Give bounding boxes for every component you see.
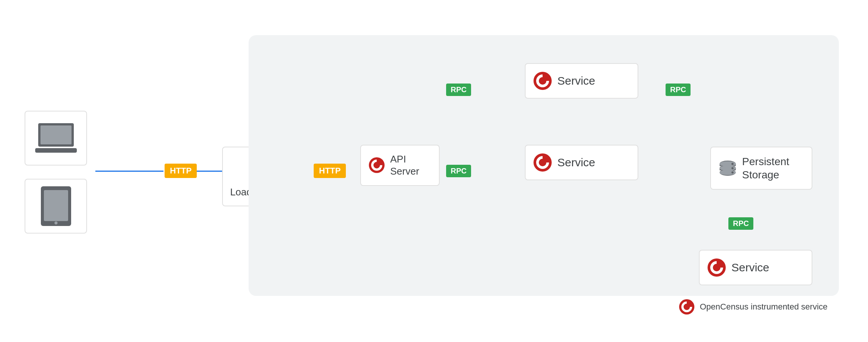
rpc-badge-middle: RPC bbox=[446, 165, 471, 177]
api-server-label: API Server bbox=[390, 153, 431, 178]
service3-label: Service bbox=[731, 261, 769, 274]
svg-rect-16 bbox=[40, 125, 72, 144]
svg-point-51 bbox=[731, 162, 734, 165]
svg-point-55 bbox=[720, 261, 723, 265]
legend-oc-icon bbox=[679, 299, 695, 315]
oc-icon-service1 bbox=[533, 71, 552, 90]
rpc-badge-top-right: RPC bbox=[666, 84, 691, 96]
svg-point-41 bbox=[546, 156, 549, 160]
svg-rect-17 bbox=[35, 148, 77, 153]
service1-label: Service bbox=[557, 74, 595, 87]
svg-point-53 bbox=[731, 171, 734, 173]
svg-point-57 bbox=[689, 301, 692, 304]
legend-label: OpenCensus instrumented service bbox=[700, 302, 828, 312]
tablet-icon bbox=[41, 186, 71, 226]
oc-icon-api bbox=[369, 156, 385, 175]
storage-icon bbox=[719, 156, 737, 180]
service2-label: Service bbox=[557, 156, 595, 169]
laptop-icon bbox=[35, 120, 77, 156]
rpc-badge-top: RPC bbox=[446, 84, 471, 96]
http-badge-right: HTTP bbox=[314, 164, 346, 178]
diagram-container: HTTP Load Balancer HTTP bbox=[18, 16, 850, 326]
tablet-client bbox=[25, 179, 87, 234]
service1-node: Service bbox=[525, 63, 638, 99]
persistent-storage-label: Persistent Storage bbox=[742, 155, 804, 181]
svg-point-52 bbox=[731, 167, 734, 169]
persistent-storage-node: Persistent Storage bbox=[710, 147, 812, 190]
svg-rect-19 bbox=[44, 190, 68, 221]
legend: OpenCensus instrumented service bbox=[679, 299, 828, 315]
oc-icon-service2 bbox=[533, 153, 552, 172]
svg-point-39 bbox=[546, 74, 549, 78]
service3-node: Service bbox=[699, 250, 812, 285]
laptop-client bbox=[25, 111, 87, 166]
oc-icon-service3 bbox=[707, 258, 726, 277]
http-badge-left: HTTP bbox=[165, 164, 197, 178]
api-server-node: API Server bbox=[360, 145, 440, 186]
rpc-badge-bottom: RPC bbox=[728, 217, 753, 230]
svg-point-37 bbox=[380, 159, 383, 163]
svg-point-20 bbox=[54, 221, 58, 224]
service2-node: Service bbox=[525, 145, 638, 180]
